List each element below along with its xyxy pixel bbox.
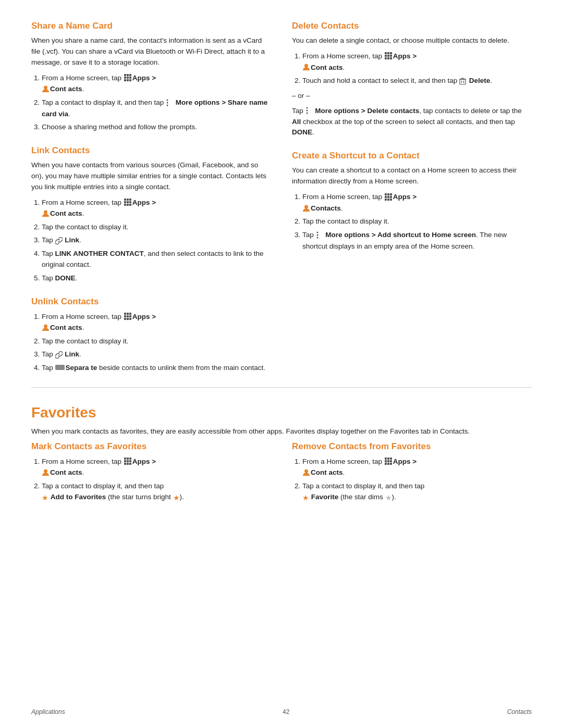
or-separator: – or – xyxy=(292,91,532,102)
create-shortcut-steps: From a Home screen, tap Apps > Contacts.… xyxy=(302,191,532,252)
favorites-intro: When you mark contacts as favorites, the… xyxy=(31,426,532,437)
svg-rect-18 xyxy=(129,201,131,203)
svg-rect-27 xyxy=(127,315,129,317)
svg-rect-82 xyxy=(390,463,392,465)
svg-rect-30 xyxy=(127,318,129,320)
svg-point-62 xyxy=(316,235,318,236)
unlink-contacts-title: Unlink Contacts xyxy=(31,297,271,307)
svg-rect-4 xyxy=(127,77,129,79)
svg-rect-21 xyxy=(129,204,131,206)
svg-rect-17 xyxy=(127,201,129,203)
list-item: From a Home screen, tap Apps > Cont acts… xyxy=(302,456,532,478)
more-options-icon xyxy=(305,107,313,114)
list-item: From a Home screen, tap Apps > Cont acts… xyxy=(42,311,271,334)
svg-point-22 xyxy=(44,211,47,214)
svg-rect-25 xyxy=(129,313,131,315)
apps-grid-icon xyxy=(124,457,132,465)
svg-rect-15 xyxy=(129,199,131,201)
delete-contacts-steps: From a Home screen, tap Apps > Cont acts… xyxy=(302,51,532,87)
share-name-card-title: Share a Name Card xyxy=(31,21,271,31)
list-item: From a Home screen, tap Apps > Cont acts… xyxy=(42,72,271,95)
section-divider xyxy=(31,387,532,388)
svg-rect-6 xyxy=(124,79,126,81)
star-bright-icon-3: ★ xyxy=(302,492,309,503)
star-dim-icon: ★ xyxy=(385,492,392,503)
contacts-person-icon xyxy=(302,204,310,212)
favorites-two-col: Mark Contacts as Favorites From a Home s… xyxy=(31,441,532,508)
svg-rect-81 xyxy=(387,463,389,465)
svg-point-12 xyxy=(166,105,168,106)
svg-rect-75 xyxy=(387,458,389,460)
star-bright-icon-2: ★ xyxy=(173,492,180,503)
svg-rect-71 xyxy=(127,463,129,465)
list-item: Tap a contact to display it, and then ta… xyxy=(302,480,532,503)
list-item: From a Home screen, tap Apps > Contacts. xyxy=(302,191,532,214)
svg-rect-58 xyxy=(387,199,389,201)
contacts-person-icon xyxy=(42,468,50,476)
apps-grid-icon xyxy=(384,457,393,465)
svg-rect-64 xyxy=(124,458,126,460)
svg-rect-13 xyxy=(124,199,126,201)
create-shortcut-intro: You can create a shortcut to a contact o… xyxy=(292,165,532,187)
svg-rect-66 xyxy=(129,458,131,460)
footer-page-number: 42 xyxy=(283,708,289,715)
svg-rect-67 xyxy=(124,460,126,462)
list-item: Touch and hold a contact to select it, a… xyxy=(302,75,532,87)
list-item: Tap Link. xyxy=(42,235,271,246)
right-column: Delete Contacts You can delete a single … xyxy=(292,21,532,378)
unlink-contacts-steps: From a Home screen, tap Apps > Cont acts… xyxy=(42,311,271,374)
list-item: Tap the contact to display it. xyxy=(42,336,271,347)
svg-point-11 xyxy=(166,102,168,104)
trash-icon xyxy=(459,77,467,84)
list-item: Tap Link. xyxy=(42,349,271,360)
svg-rect-38 xyxy=(390,55,392,57)
svg-rect-68 xyxy=(127,460,129,462)
apps-grid-icon xyxy=(384,193,393,201)
list-item: Tap LINK ANOTHER CONTACT, and then selec… xyxy=(42,248,271,270)
contacts-person-icon xyxy=(302,468,310,476)
remove-favorites-steps: From a Home screen, tap Apps > Cont acts… xyxy=(302,456,532,503)
list-item: Tap Separa te beside contacts to unlink … xyxy=(42,362,271,374)
footer-left-label: Applications xyxy=(31,708,65,715)
svg-rect-8 xyxy=(129,79,131,81)
list-item: Tap the contact to display it. xyxy=(42,221,271,233)
mark-favorites-title: Mark Contacts as Favorites xyxy=(31,441,271,452)
svg-rect-26 xyxy=(124,315,126,317)
svg-rect-76 xyxy=(390,458,392,460)
svg-rect-59 xyxy=(390,199,392,201)
more-options-icon xyxy=(166,98,173,106)
apps-grid-icon xyxy=(124,73,132,82)
svg-rect-24 xyxy=(127,313,129,315)
main-two-col: Share a Name Card When you share a name … xyxy=(31,21,532,378)
svg-rect-28 xyxy=(129,315,131,317)
svg-rect-2 xyxy=(129,74,131,76)
svg-rect-33 xyxy=(385,52,387,54)
svg-rect-41 xyxy=(390,57,392,59)
list-item: Tap DONE. xyxy=(42,273,271,284)
link-contacts-steps: From a Home screen, tap Apps > Cont acts… xyxy=(42,197,271,284)
svg-rect-57 xyxy=(385,199,387,201)
list-item: Tap a contact to display it, and then ta… xyxy=(42,480,271,503)
svg-rect-29 xyxy=(124,318,126,320)
svg-rect-78 xyxy=(387,460,389,462)
svg-rect-55 xyxy=(387,196,389,198)
svg-rect-1 xyxy=(127,74,129,76)
list-item: From a Home screen, tap Apps > Cont acts… xyxy=(302,51,532,73)
contacts-person-icon xyxy=(42,209,50,217)
svg-point-32 xyxy=(44,325,47,328)
svg-rect-5 xyxy=(129,77,131,79)
svg-rect-39 xyxy=(385,57,387,59)
svg-point-83 xyxy=(304,470,308,473)
svg-point-61 xyxy=(316,232,318,233)
svg-rect-70 xyxy=(124,463,126,465)
remove-favorites-col: Remove Contacts from Favorites From a Ho… xyxy=(292,441,532,508)
svg-point-42 xyxy=(304,64,308,68)
list-item: From a Home screen, tap Apps > Cont acts… xyxy=(42,456,271,478)
page: Share a Name Card When you share a name … xyxy=(0,0,563,728)
svg-rect-77 xyxy=(385,460,387,462)
svg-point-50 xyxy=(306,113,308,114)
svg-rect-0 xyxy=(124,74,126,76)
contacts-person-icon xyxy=(42,324,50,331)
contacts-person-icon xyxy=(42,85,50,93)
svg-point-48 xyxy=(306,107,308,109)
